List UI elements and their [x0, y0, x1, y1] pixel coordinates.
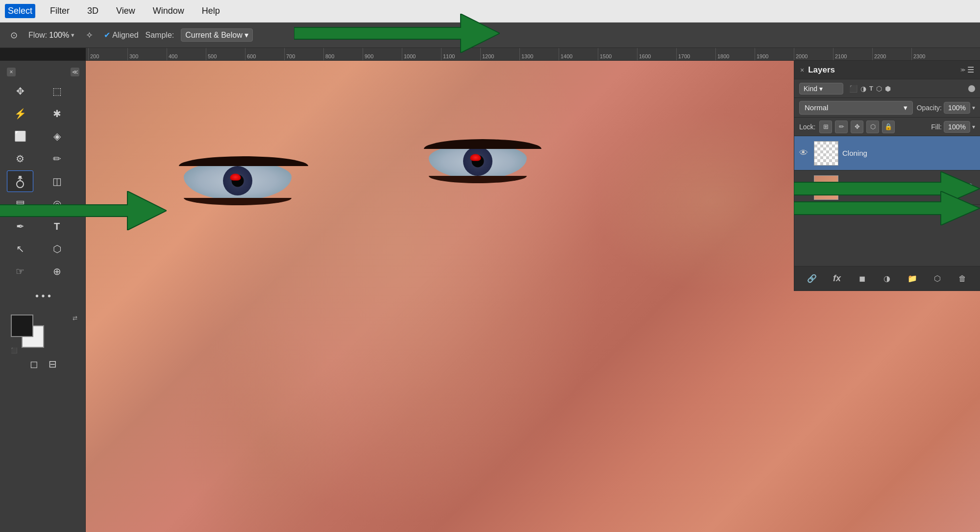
crop-tool-button[interactable]: ⬜ — [7, 125, 33, 147]
delete-layer-button[interactable]: 🗑 — [955, 271, 970, 287]
sample-dropdown[interactable]: Current & Below ▾ — [181, 28, 253, 42]
spot-heal-button[interactable]: ⚙ — [7, 148, 33, 169]
fx-button[interactable]: fx — [829, 271, 845, 287]
quick-mask-off-button[interactable]: ◻ — [25, 356, 42, 372]
eyedropper-button[interactable]: ◈ — [44, 125, 70, 147]
clone-stamp-icon — [13, 174, 27, 188]
ruler-tick: 900 — [363, 48, 402, 60]
color-swatches-area: ⇄ ⬛ — [7, 314, 79, 354]
clone-stamp-button[interactable] — [7, 170, 33, 192]
menu-select[interactable]: Select — [5, 4, 35, 18]
sample-value: Current & Below — [185, 31, 243, 40]
lock-pixels-button[interactable]: ⊞ — [819, 121, 832, 133]
flow-chevron[interactable]: ▾ — [71, 31, 74, 39]
eye-pupil-right — [472, 155, 484, 168]
path-select-button[interactable]: ↖ — [7, 238, 33, 260]
new-layer-button[interactable]: ⬡ — [930, 271, 945, 287]
layers-panel-title: Layers — [808, 65, 835, 75]
hand-tool-button[interactable]: ☞ — [7, 261, 33, 282]
magic-wand-button[interactable]: ✱ — [44, 103, 70, 124]
gradient-button[interactable]: ▤ — [7, 193, 33, 215]
link-layers-button[interactable]: 🔗 — [804, 271, 820, 287]
kind-filter-icons: ⬛ ◑ T ⬡ ⬢ — [849, 85, 891, 93]
airbrush-icon[interactable]: ✧ — [81, 27, 97, 43]
opacity-label: Opacity: — [917, 104, 942, 112]
opacity-value[interactable]: 100% — [944, 102, 970, 114]
smart-filter-icon[interactable]: ⬢ — [885, 85, 891, 93]
new-group-button[interactable]: 📁 — [905, 271, 920, 287]
eye-iris-left — [223, 166, 252, 195]
ruler-tick: 200 — [88, 48, 127, 60]
svg-marker-8 — [794, 191, 980, 225]
marquee-tool-button[interactable]: ⬚ — [44, 80, 70, 102]
default-colors-icon[interactable]: ⬛ — [11, 347, 18, 354]
menu-3d[interactable]: 3D — [84, 4, 101, 18]
cloning-layer-visibility[interactable]: 👁 — [799, 148, 810, 158]
cloning-layer-name: Cloning — [842, 149, 975, 157]
pixel-layer-filter-icon[interactable]: ⬛ — [849, 85, 858, 93]
eyelashes-bottom-right — [429, 176, 527, 183]
svg-rect-4 — [19, 176, 22, 177]
quick-mask-area: ◻ ⊟ — [7, 356, 79, 372]
flow-control: Flow: 100% ▾ — [28, 31, 74, 40]
brush-button[interactable]: ✏ — [44, 148, 70, 169]
blend-mode-dropdown[interactable]: Normal ▾ — [799, 101, 913, 115]
lock-position-button[interactable]: ✏ — [835, 121, 848, 133]
kind-dropdown[interactable]: Kind ▾ — [799, 83, 843, 95]
fill-value[interactable]: 100% — [944, 121, 970, 133]
type-tool-button[interactable]: T — [44, 216, 70, 237]
fill-label: Fill: — [931, 123, 942, 131]
adjustment-layer-button[interactable]: ◑ — [879, 271, 895, 287]
ruler-tick: 2200 — [872, 48, 911, 60]
layer-filter-toggle[interactable] — [968, 85, 975, 92]
left-eye — [184, 156, 292, 205]
menu-window[interactable]: Window — [150, 4, 187, 18]
shape-tool-button[interactable]: ⬡ — [44, 238, 70, 260]
red-eye-left — [230, 173, 241, 180]
menu-filter[interactable]: Filter — [47, 4, 73, 18]
ruler-tick: 1000 — [402, 48, 441, 60]
adjustment-filter-icon[interactable]: ◑ — [860, 85, 866, 93]
lasso-tool-button[interactable]: ⚡ — [7, 103, 33, 124]
ruler-tick: 1300 — [519, 48, 559, 60]
screen-mode-button[interactable]: ⊟ — [44, 356, 61, 372]
eyelashes-top-left — [179, 156, 308, 166]
layers-menu-icon[interactable]: ☰ — [967, 65, 974, 74]
eraser-button[interactable]: ◫ — [44, 170, 70, 192]
ruler-tick: 400 — [167, 48, 206, 60]
move-tool-button[interactable]: ✥ — [7, 80, 33, 102]
lock-artboard-button[interactable]: ✥ — [851, 121, 863, 133]
cloning-layer-thumbnail — [814, 141, 838, 166]
aligned-check[interactable]: ✔ Aligned — [104, 30, 138, 40]
ruler-tick: 500 — [206, 48, 245, 60]
brush-preset-icon[interactable]: ⊙ — [6, 27, 22, 43]
pen-tool-button[interactable]: ✒ — [7, 216, 33, 237]
menu-view[interactable]: View — [113, 4, 138, 18]
eye-iris-right — [463, 146, 492, 176]
lock-all-button[interactable]: ⬡ — [866, 121, 879, 133]
sample-chevron-icon: ▾ — [245, 30, 248, 40]
lock-row: Lock: ⊞ ✏ ✥ ⬡ 🔒 Fill: 100% ▾ — [794, 118, 980, 136]
toolbar-close-button[interactable]: × — [7, 68, 16, 76]
fill-chevron-icon[interactable]: ▾ — [972, 123, 975, 130]
lock-transparency-button[interactable]: 🔒 — [882, 121, 895, 133]
dodge-burn-button[interactable]: ◎ — [44, 193, 70, 215]
text-filter-icon[interactable]: T — [869, 85, 873, 92]
ruler-tick: 700 — [284, 48, 323, 60]
left-toolbar: × ≪ ✥ ⬚ ⚡ ✱ ⬜ ◈ ⚙ ✏ ◫ ▤ — [0, 61, 86, 532]
cloning-layer-row[interactable]: 👁 Cloning — [794, 136, 980, 170]
more-tools-button[interactable]: • • • — [7, 285, 79, 307]
layers-collapse-icon[interactable]: ≫ — [960, 67, 965, 73]
shape-filter-icon[interactable]: ⬡ — [876, 85, 882, 93]
toolbar-collapse-button[interactable]: ≪ — [71, 68, 79, 76]
menu-help[interactable]: Help — [199, 4, 223, 18]
svg-point-0 — [17, 181, 24, 188]
ruler-tick: 800 — [323, 48, 363, 60]
swap-colors-icon[interactable]: ⇄ — [73, 314, 77, 321]
zoom-tool-button[interactable]: ⊕ — [44, 261, 70, 282]
layers-panel-close-button[interactable]: × — [800, 66, 804, 74]
add-mask-button[interactable]: ◼ — [854, 271, 870, 287]
right-eye — [429, 139, 527, 183]
opacity-chevron-icon[interactable]: ▾ — [972, 104, 975, 111]
foreground-color[interactable] — [11, 314, 33, 337]
